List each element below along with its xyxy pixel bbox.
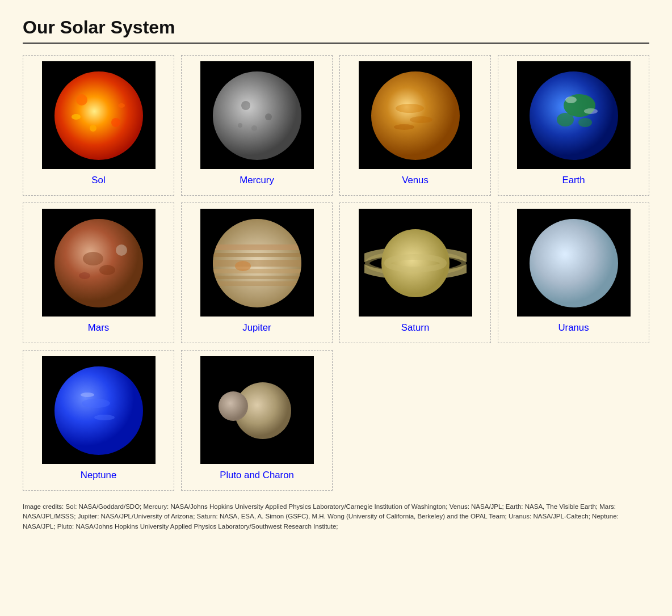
planet-row-0: Sol Mercury xyxy=(23,55,649,196)
planet-label-sol[interactable]: Sol xyxy=(91,175,105,186)
svg-point-7 xyxy=(241,101,250,110)
title-divider xyxy=(23,43,649,44)
planets-grid: Sol Mercury xyxy=(23,55,649,491)
planet-label-mars[interactable]: Mars xyxy=(88,322,109,334)
planet-card-uranus[interactable]: Uranus xyxy=(498,202,649,343)
svg-point-14 xyxy=(394,124,414,130)
svg-point-18 xyxy=(578,118,592,127)
planet-row-1: Mars Jupiter xyxy=(23,202,649,343)
svg-point-43 xyxy=(81,393,94,397)
planet-image-mercury xyxy=(200,61,314,169)
planet-card-neptune[interactable]: Neptune xyxy=(23,350,174,491)
planet-image-uranus xyxy=(517,209,631,317)
svg-point-1 xyxy=(76,94,87,106)
svg-point-4 xyxy=(72,114,81,120)
planet-label-saturn[interactable]: Saturn xyxy=(401,322,429,334)
planet-image-sol xyxy=(42,61,156,169)
planet-label-uranus[interactable]: Uranus xyxy=(558,322,589,334)
planet-label-earth[interactable]: Earth xyxy=(562,175,585,186)
svg-point-2 xyxy=(111,118,120,127)
svg-point-13 xyxy=(410,116,432,123)
planet-image-neptune xyxy=(42,356,156,464)
planet-image-mars xyxy=(42,209,156,317)
svg-point-24 xyxy=(116,244,127,256)
svg-point-3 xyxy=(90,125,96,132)
svg-point-34 xyxy=(235,261,251,271)
planet-card-mercury[interactable]: Mercury xyxy=(181,55,333,196)
svg-point-11 xyxy=(371,71,460,160)
svg-point-41 xyxy=(82,399,110,408)
planet-image-venus xyxy=(359,61,472,169)
planet-label-neptune[interactable]: Neptune xyxy=(81,470,116,481)
planet-card-saturn[interactable]: Saturn xyxy=(339,202,491,343)
svg-rect-32 xyxy=(213,276,301,279)
planet-card-earth[interactable]: Earth xyxy=(498,55,649,196)
planet-card-jupiter[interactable]: Jupiter xyxy=(181,202,333,343)
planet-label-venus[interactable]: Venus xyxy=(402,175,429,186)
svg-rect-29 xyxy=(213,253,301,257)
planet-card-pluto[interactable]: Pluto and Charon xyxy=(181,350,333,491)
svg-point-22 xyxy=(83,252,103,265)
planet-card-venus[interactable]: Venus xyxy=(339,55,491,196)
svg-point-20 xyxy=(584,108,598,114)
svg-point-8 xyxy=(265,113,272,120)
svg-point-39 xyxy=(530,219,618,307)
svg-rect-31 xyxy=(213,269,301,273)
svg-point-12 xyxy=(396,104,424,113)
svg-rect-28 xyxy=(213,244,301,250)
svg-point-17 xyxy=(557,113,574,126)
svg-point-6 xyxy=(213,71,301,160)
image-credits: Image credits: Sol: NASA/Goddard/SDO; Me… xyxy=(23,502,649,531)
svg-point-25 xyxy=(79,272,90,279)
svg-rect-30 xyxy=(213,260,301,267)
planet-label-pluto[interactable]: Pluto and Charon xyxy=(220,470,294,481)
svg-point-9 xyxy=(251,125,257,131)
svg-point-42 xyxy=(94,415,115,420)
planet-card-mars[interactable]: Mars xyxy=(23,202,174,343)
svg-point-45 xyxy=(219,391,248,421)
planet-label-jupiter[interactable]: Jupiter xyxy=(242,322,271,334)
planet-label-mercury[interactable]: Mercury xyxy=(240,175,274,186)
svg-point-37 xyxy=(381,229,450,297)
svg-point-40 xyxy=(54,366,143,455)
planet-card-sol[interactable]: Sol xyxy=(23,55,174,196)
planet-image-saturn xyxy=(359,209,472,317)
planet-image-pluto xyxy=(200,356,314,464)
svg-point-23 xyxy=(99,265,115,275)
svg-rect-33 xyxy=(213,281,301,286)
planet-row-2: Neptune Pluto and Charon xyxy=(23,350,649,491)
planet-image-jupiter xyxy=(200,209,314,317)
svg-point-19 xyxy=(565,96,577,103)
svg-point-5 xyxy=(118,103,125,108)
svg-point-10 xyxy=(238,123,242,128)
planet-image-earth xyxy=(517,61,631,169)
svg-point-0 xyxy=(54,71,143,160)
page-title: Our Solar System xyxy=(23,17,649,38)
